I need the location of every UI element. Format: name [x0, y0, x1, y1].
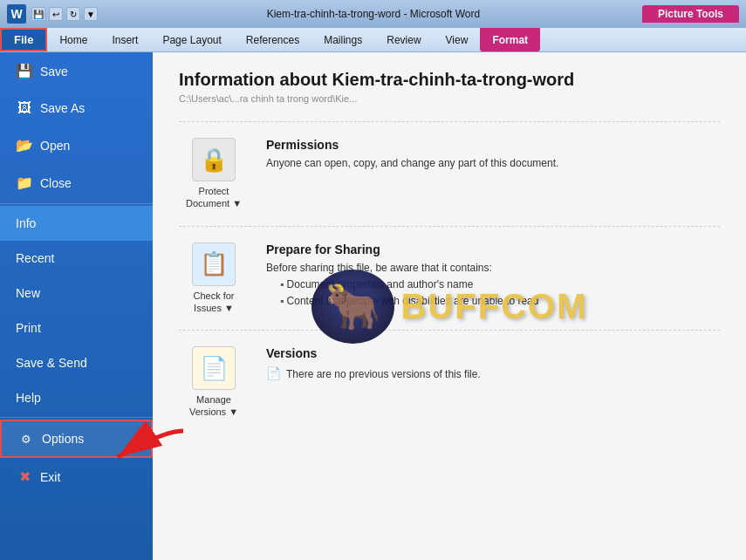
- tab-mailings[interactable]: Mailings: [311, 28, 374, 51]
- sidebar-item-exit[interactable]: ✖ Exit: [0, 458, 153, 495]
- open-icon: 📂: [16, 137, 33, 154]
- sidebar-print-label: Print: [16, 321, 41, 335]
- close-icon: 📁: [16, 174, 33, 191]
- sharing-list-item-2: Content that people with disabilities ar…: [280, 293, 720, 310]
- title-bar-controls[interactable]: 💾 ↩ ↻ ▼: [31, 7, 98, 21]
- doc-title: Information about Kiem-tra-chinh-ta-tron…: [179, 70, 720, 90]
- sidebar-item-save-as[interactable]: 🖼 Save As: [0, 90, 153, 126]
- permissions-title: Permissions: [266, 138, 720, 152]
- save-as-icon: 🖼: [16, 100, 33, 116]
- sidebar-divider2: [0, 417, 153, 418]
- lock-icon: 🔒: [192, 138, 236, 181]
- versions-title: Versions: [266, 346, 720, 360]
- sidebar-exit-label: Exit: [40, 470, 60, 484]
- picture-tools-tab[interactable]: Picture Tools: [642, 5, 739, 23]
- sidebar-item-recent[interactable]: Recent: [0, 241, 153, 276]
- sidebar-options-label: Options: [42, 432, 84, 446]
- save-icon: 💾: [16, 63, 33, 79]
- sidebar-help-label: Help: [16, 391, 41, 405]
- content-area: 🐂 BUFFCOM Information about Kiem-tra-chi…: [153, 52, 746, 560]
- quick-save-btn[interactable]: 💾: [31, 7, 45, 21]
- sidebar-new-label: New: [16, 286, 40, 300]
- permissions-content: Permissions Anyone can open, copy, and c…: [266, 138, 720, 172]
- exit-icon: ✖: [16, 468, 33, 485]
- versions-icon-box[interactable]: 📄 ManageVersions ▼: [179, 346, 249, 419]
- sidebar-item-help[interactable]: Help: [0, 380, 153, 415]
- sidebar-open-label: Open: [40, 139, 70, 153]
- permissions-text: Anyone can open, copy, and change any pa…: [266, 155, 720, 172]
- sidebar-divider: [0, 203, 153, 204]
- tab-home[interactable]: Home: [47, 28, 99, 51]
- sidebar-item-open[interactable]: 📂 Open: [0, 126, 153, 164]
- sharing-text: Before sharing this file, be aware that …: [266, 260, 720, 311]
- check-issues-label[interactable]: Check forIssues ▼: [193, 290, 234, 315]
- tab-page-layout[interactable]: Page Layout: [150, 28, 233, 51]
- tab-insert[interactable]: Insert: [99, 28, 150, 51]
- file-tab[interactable]: File: [0, 28, 47, 51]
- sidebar-item-save[interactable]: 💾 Save: [0, 52, 153, 90]
- check-issues-icon: 📋: [192, 242, 236, 286]
- tab-references[interactable]: References: [234, 28, 311, 51]
- main-layout: 💾 Save 🖼 Save As 📂 Open 📁 Close Info Rec…: [0, 52, 746, 560]
- options-icon: ⚙: [17, 433, 35, 446]
- versions-text: 📄There are no previous versions of this …: [266, 364, 720, 383]
- permissions-card: 🔒 ProtectDocument ▼ Permissions Anyone c…: [179, 121, 720, 226]
- manage-versions-icon: 📄: [192, 346, 236, 390]
- sidebar-item-save-send[interactable]: Save & Send: [0, 345, 153, 380]
- sharing-card: 📋 Check forIssues ▼ Prepare for Sharing …: [179, 226, 720, 331]
- sidebar: 💾 Save 🖼 Save As 📂 Open 📁 Close Info Rec…: [0, 52, 153, 560]
- versions-card: 📄 ManageVersions ▼ Versions 📄There are n…: [179, 330, 720, 434]
- versions-content: Versions 📄There are no previous versions…: [266, 346, 720, 383]
- sidebar-recent-label: Recent: [16, 251, 54, 265]
- sharing-title: Prepare for Sharing: [266, 242, 720, 256]
- tab-format[interactable]: Format: [480, 28, 540, 51]
- ribbon: File Home Insert Page Layout References …: [0, 28, 746, 52]
- sidebar-item-print[interactable]: Print: [0, 311, 153, 345]
- manage-versions-label[interactable]: ManageVersions ▼: [189, 393, 238, 419]
- sidebar-item-info[interactable]: Info: [0, 206, 153, 241]
- sidebar-close-label: Close: [40, 176, 72, 190]
- tab-review[interactable]: Review: [374, 28, 433, 51]
- sidebar-save-as-label: Save As: [40, 101, 85, 115]
- sidebar-info-label: Info: [16, 216, 36, 230]
- doc-path: C:\Users\ac\...ra chinh ta trong word\Ki…: [179, 93, 720, 104]
- window-title: Kiem-tra-chinh-ta-trong-word - Microsoft…: [105, 8, 642, 20]
- customize-btn[interactable]: ▼: [84, 7, 98, 21]
- protect-document-label[interactable]: ProtectDocument ▼: [186, 185, 242, 210]
- redo-btn[interactable]: ↻: [66, 7, 80, 21]
- title-bar: W 💾 ↩ ↻ ▼ Kiem-tra-chinh-ta-trong-word -…: [0, 0, 746, 28]
- undo-btn[interactable]: ↩: [49, 7, 63, 21]
- sidebar-save-label: Save: [40, 65, 68, 79]
- sharing-content: Prepare for Sharing Before sharing this …: [266, 242, 720, 311]
- sharing-list-item-1: Document properties and author's name: [280, 277, 720, 293]
- sidebar-item-close[interactable]: 📁 Close: [0, 164, 153, 201]
- sidebar-item-new[interactable]: New: [0, 276, 153, 311]
- sharing-icon-box[interactable]: 📋 Check forIssues ▼: [179, 242, 249, 315]
- sidebar-item-options[interactable]: ⚙ Options: [0, 420, 153, 458]
- tab-view[interactable]: View: [434, 28, 481, 51]
- word-icon: W: [7, 4, 26, 24]
- permissions-icon-box[interactable]: 🔒 ProtectDocument ▼: [179, 138, 249, 210]
- sidebar-save-send-label: Save & Send: [16, 356, 87, 370]
